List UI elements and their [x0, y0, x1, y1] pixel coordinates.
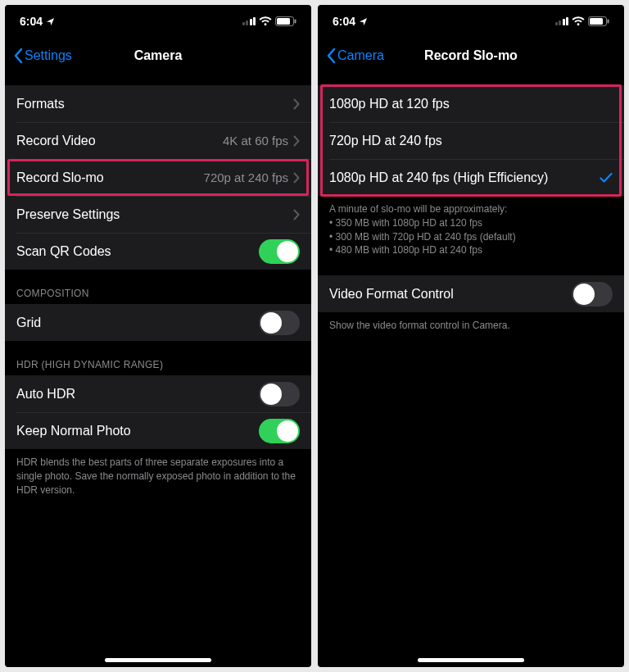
row-label: Grid	[16, 316, 259, 330]
row-scan-qr: Scan QR Codes	[5, 233, 311, 270]
video-format-control-toggle[interactable]	[572, 282, 613, 306]
wifi-icon	[572, 16, 585, 26]
content: 1080p HD at 120 fps 720p HD at 240 fps 1…	[318, 74, 624, 667]
row-label: Keep Normal Photo	[16, 424, 259, 438]
svg-rect-4	[590, 18, 603, 25]
phone-right: 6:04 Camera Record Slo-mo	[318, 5, 624, 667]
option-720p-240[interactable]: 720p HD at 240 fps	[318, 122, 624, 159]
group-header-composition: COMPOSITION	[5, 288, 311, 304]
auto-hdr-toggle[interactable]	[259, 382, 300, 406]
location-icon	[359, 17, 368, 26]
svg-rect-5	[608, 20, 609, 24]
keep-normal-photo-toggle[interactable]	[259, 419, 300, 443]
row-label: 1080p HD at 120 fps	[329, 97, 613, 111]
row-keep-normal-photo: Keep Normal Photo	[5, 412, 311, 449]
option-1080p-240[interactable]: 1080p HD at 240 fps (High Efficiency)	[318, 159, 624, 196]
cellular-signal-icon	[242, 17, 256, 25]
cellular-signal-icon	[555, 17, 569, 25]
back-label: Camera	[337, 48, 384, 63]
row-record-video[interactable]: Record Video 4K at 60 fps	[5, 122, 311, 159]
status-time: 6:04	[20, 15, 43, 28]
row-auto-hdr: Auto HDR	[5, 375, 311, 412]
svg-rect-2	[295, 20, 296, 24]
status-bar: 6:04	[318, 5, 624, 38]
grid-toggle[interactable]	[259, 311, 300, 335]
content: Formats Record Video 4K at 60 fps Record…	[5, 74, 311, 667]
back-button[interactable]: Camera	[326, 48, 384, 64]
row-label: Record Slo-mo	[16, 170, 204, 185]
status-bar: 6:04	[5, 5, 311, 38]
battery-icon	[275, 16, 296, 26]
battery-icon	[588, 16, 609, 26]
row-label: 720p HD at 240 fps	[329, 134, 613, 148]
footer-line: • 480 MB with 1080p HD at 240 fps	[329, 243, 613, 257]
group-header-hdr: HDR (HIGH DYNAMIC RANGE)	[5, 359, 311, 375]
back-button[interactable]: Settings	[13, 48, 72, 64]
row-value: 4K at 60 fps	[223, 134, 288, 148]
checkmark-icon	[600, 172, 613, 184]
chevron-right-icon	[293, 172, 300, 184]
nav-bar: Camera Record Slo-mo	[318, 38, 624, 74]
footer-intro: A minute of slo-mo will be approximately…	[329, 202, 613, 216]
status-time: 6:04	[333, 15, 355, 28]
row-label: Auto HDR	[16, 387, 259, 402]
home-indicator[interactable]	[105, 658, 211, 662]
row-record-slomo[interactable]: Record Slo-mo 720p at 240 fps	[5, 159, 311, 196]
wifi-icon	[259, 16, 272, 26]
row-formats[interactable]: Formats	[5, 85, 311, 122]
slomo-footer: A minute of slo-mo will be approximately…	[318, 196, 624, 257]
home-indicator[interactable]	[418, 658, 524, 662]
row-label: Record Video	[16, 134, 223, 148]
row-label: 1080p HD at 240 fps (High Efficiency)	[329, 170, 600, 185]
row-preserve-settings[interactable]: Preserve Settings	[5, 196, 311, 233]
scan-qr-toggle[interactable]	[259, 239, 300, 264]
nav-bar: Settings Camera	[5, 38, 311, 74]
chevron-right-icon	[293, 98, 300, 110]
phone-left: 6:04 Settings Camera	[5, 5, 311, 667]
back-label: Settings	[25, 48, 72, 63]
chevron-right-icon	[293, 135, 300, 147]
vfc-footer: Show the video format control in Camera.	[318, 312, 624, 333]
row-grid: Grid	[5, 304, 311, 341]
hdr-footer-text: HDR blends the best parts of three separ…	[5, 449, 311, 497]
footer-line: • 350 MB with 1080p HD at 120 fps	[329, 216, 613, 230]
chevron-right-icon	[293, 209, 300, 220]
row-label: Formats	[16, 97, 293, 111]
row-label: Video Format Control	[329, 287, 572, 302]
footer-line: • 300 MB with 720p HD at 240 fps (defaul…	[329, 230, 613, 244]
option-1080p-120[interactable]: 1080p HD at 120 fps	[318, 85, 624, 122]
row-video-format-control: Video Format Control	[318, 275, 624, 312]
svg-rect-1	[277, 18, 290, 25]
row-value: 720p at 240 fps	[204, 170, 288, 184]
row-label: Scan QR Codes	[16, 244, 259, 259]
row-label: Preserve Settings	[16, 207, 293, 222]
location-icon	[46, 17, 55, 26]
